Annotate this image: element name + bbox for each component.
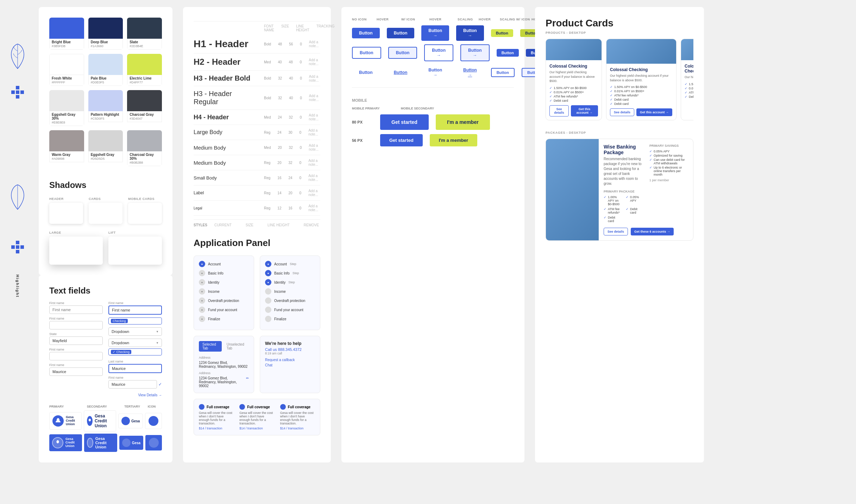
btn-ghost-hover[interactable]: Button <box>387 67 415 78</box>
feature-2-2: ✓ 0.01% APY on $500+ <box>610 89 673 93</box>
package-card: Wise Banking Package Recommended banking… <box>546 139 693 241</box>
logo-circle-5 <box>52 437 63 448</box>
logo-icon-white <box>145 413 162 429</box>
flow-dot-1: ● <box>199 261 205 267</box>
flow-dot-7: ● <box>199 316 205 322</box>
shadows-section: Shadows HEADER CARDS MOBILE CARDS <box>49 180 162 265</box>
packages-desktop-label: PACKAGES - DESKTOP <box>546 131 693 134</box>
mobile-sub-headers: MOBILE PRIMARY MOBILE SECONDARY <box>352 107 514 110</box>
btn-ghost-no-icon[interactable]: Button <box>352 67 380 78</box>
tf-firstname-4: First name <box>49 363 103 376</box>
package-get-accounts[interactable]: Get these 6 accounts → <box>631 228 674 235</box>
logo-circle-6 <box>87 438 93 448</box>
mobile-primary-56[interactable]: Get started <box>380 134 423 146</box>
btn-outline-hover-icon[interactable]: Button → <box>460 44 490 61</box>
tf-input-active-3[interactable] <box>108 380 157 389</box>
tf-input-active-1[interactable] <box>108 305 162 315</box>
tf-input-firstname-4[interactable] <box>49 367 103 376</box>
help-chat-btn[interactable]: Chat <box>265 363 315 367</box>
feature-3-1: ✓ 1.50% APY <box>685 82 693 86</box>
tf-firstname-3: First name <box>49 348 103 360</box>
tf-input-firstname-1[interactable] <box>49 305 103 314</box>
product-get-account-2[interactable]: Get this account → <box>636 108 672 116</box>
btn-outline-no-icon[interactable]: Button <box>352 47 381 59</box>
typo-col-headers: FONT NAME SIZE LINE HEIGHT TRACKING <box>194 21 320 35</box>
products-desktop-label: PRODUCTS - DESKTOP <box>546 31 693 34</box>
mobile-secondary-80[interactable]: I'm a member <box>436 114 490 130</box>
app-panel-title: Application Panel <box>194 238 320 248</box>
dropdown-arrow-1: ▼ <box>156 330 159 333</box>
btn-primary-sm[interactable]: Button <box>497 49 519 57</box>
feature-2-1: ✓ 1.50% APY on $0-$500 <box>610 85 673 89</box>
logo-col-headers: PRIMARY SECONDARY TERTIARY ICON <box>49 405 162 408</box>
colors-panel: Bright Blue#3B5FDB Deep Blue#1A3660 Slat… <box>39 7 172 275</box>
btn-primary-hover-icon[interactable]: Button → <box>456 25 484 41</box>
flow-item-income: ● Income <box>199 288 249 295</box>
mobile-secondary-56[interactable]: I'm a member <box>430 134 477 146</box>
flow-item-fund: ● Fund your account <box>199 307 249 313</box>
tag-input-2[interactable]: ✓ Checking <box>108 348 162 355</box>
mobile-btn-section: MOBILE MOBILE PRIMARY MOBILE SECONDARY 8… <box>352 98 514 146</box>
tf-input-active-2[interactable] <box>108 364 162 373</box>
dropdown-1[interactable]: Dropdown ▼ <box>108 327 162 336</box>
address-label: Address <box>199 356 249 359</box>
typo-medium-body-reg-meta: Reg 20 32 0 <box>264 161 301 165</box>
mobile-sizes: 80 PX Get started I'm a member 56 PX Get… <box>352 114 514 146</box>
btn-outline-hover[interactable]: Button <box>388 47 417 59</box>
tf-input-firstname-3[interactable] <box>49 352 103 360</box>
btn-primary-hover[interactable]: Button <box>387 28 415 38</box>
tag-input-field[interactable]: Checking <box>108 317 162 325</box>
help-callback-btn[interactable]: Request a callback <box>265 358 315 362</box>
coverage-dot-1 <box>199 404 204 410</box>
flow-dot-3: ● <box>199 279 205 285</box>
btn-row-ghost: Button Button Button → Button → Button B… <box>352 65 514 80</box>
btn-primary-no-icon[interactable]: Button <box>352 28 380 38</box>
package-see-details[interactable]: See details <box>604 228 628 235</box>
tf-input-firstname-2[interactable] <box>49 321 103 329</box>
btn-ghost-hover-icon[interactable]: Button → <box>456 65 484 80</box>
flow2-income: Income <box>265 288 315 295</box>
logo-tertiary-white: Gesa <box>118 414 143 428</box>
product-card-body-3: Colossal Checking Our highest yield... ✓… <box>681 60 693 103</box>
pkg-savings-3: ✓ Can use debit card for ATM withdrawals <box>649 158 688 165</box>
typo-h4: H4 - Header Med 24 32 0 Add a note... <box>194 110 320 125</box>
btn-outline-with-icon[interactable]: Button → <box>424 44 453 61</box>
app-panel-container: Application Panel ● Account ● Basic Info… <box>194 238 320 435</box>
mobile-section-label: MOBILE <box>352 98 514 102</box>
view-details-link[interactable]: View Details → <box>108 391 162 398</box>
logo-circle-3 <box>121 417 130 425</box>
tf-firstname-1: First name <box>49 301 103 314</box>
swatch-electric-lime: Electric Lime#D4FF77 <box>127 54 162 86</box>
products-panel: Product Cards PRODUCTS - DESKTOP Colossa… <box>535 7 704 462</box>
flow-dot-2: ● <box>199 270 205 276</box>
product-see-details-1[interactable]: See details <box>549 105 569 116</box>
tab-unselected[interactable]: Unselected Tab <box>223 341 249 352</box>
feature-2-4: ✓ Debit card <box>610 98 673 101</box>
tf-dropdown-group: Dropdown ▼ <box>108 327 162 336</box>
tab-selected[interactable]: Selected Tab <box>199 341 222 352</box>
flow2-overdraft: Overdraft protection <box>265 297 315 304</box>
product-get-account-1[interactable]: Get this account → <box>571 105 598 116</box>
textfields-panel: Text fields First name First name State <box>39 275 172 462</box>
edit-icon[interactable]: ✏ <box>246 376 249 388</box>
mobile-primary-80[interactable]: Get started <box>380 114 429 130</box>
product-see-details-2[interactable]: See details <box>610 108 634 116</box>
app-flow-2: ● Account Step ● Basic Info Step ● Ident… <box>260 256 320 330</box>
logo-icon-blue <box>145 435 162 451</box>
feature-1-3: ✓ ATM fee refunds* <box>549 95 598 98</box>
btn-outline-sm[interactable]: Button <box>491 68 515 77</box>
shadow-mobile-cards: MOBILE CARDS <box>128 197 162 224</box>
dropdown-2[interactable]: Dropdown ▼ <box>108 339 162 347</box>
flow-dot-4: ● <box>199 288 205 295</box>
coverage-price-1: $14 / transaction <box>199 427 234 430</box>
btn-primary-with-icon[interactable]: Button → <box>421 25 449 41</box>
swatch-warm-gray: Warm Gray#A09898 <box>49 130 84 166</box>
tf-input-state[interactable] <box>49 336 103 345</box>
side-label: Highlight <box>15 275 20 298</box>
btn-ghost-with-icon[interactable]: Button → <box>421 65 449 80</box>
checkmark-icon: ✓ <box>158 382 162 387</box>
btn-lime-scaling[interactable]: Button <box>491 29 513 37</box>
textfields-title: Text fields <box>49 286 162 296</box>
shadow-lift: LIFT <box>108 231 162 265</box>
typo-styles-footer: STYLES CURRENT SIZE LINE HEIGHT REMOVE <box>194 219 320 227</box>
